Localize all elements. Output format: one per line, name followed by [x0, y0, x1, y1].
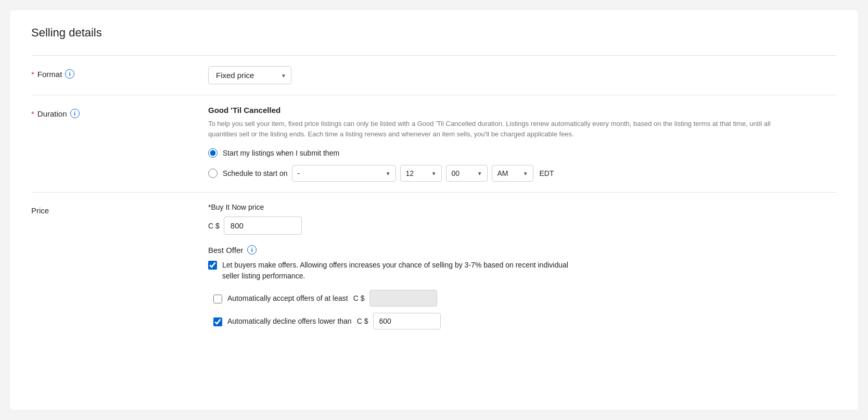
- price-label-text: Price: [31, 206, 49, 215]
- best-offer-checkbox-label: Let buyers make offers. Allowing offers …: [222, 260, 586, 282]
- form-section: *Format i Fixed price Auction *Duration …: [31, 56, 837, 340]
- duration-label-text: Duration: [37, 109, 67, 118]
- radio-schedule-label: Schedule to start on: [223, 169, 288, 177]
- schedule-min-wrapper: 00: [446, 165, 488, 182]
- radio-schedule-row: Schedule to start on - 12: [208, 165, 837, 182]
- radio-start-row: Start my listings when I submit them: [208, 148, 837, 158]
- duration-description: To help you sell your item, fixed price …: [208, 119, 781, 139]
- buy-it-now-input[interactable]: [224, 217, 302, 235]
- schedule-ampm-wrapper: AM PM: [492, 165, 533, 182]
- best-offer-sub-options: Automatically accept offers of at least …: [213, 290, 837, 329]
- auto-accept-label: Automatically accept offers of at least: [227, 294, 348, 302]
- auto-decline-checkbox[interactable]: [213, 317, 222, 326]
- schedule-date-wrapper: -: [292, 165, 396, 182]
- duration-info-icon[interactable]: i: [70, 109, 80, 118]
- schedule-ampm-select[interactable]: AM PM: [492, 165, 533, 182]
- format-select-wrapper: Fixed price Auction: [208, 66, 291, 84]
- price-label: Price: [31, 203, 208, 215]
- duration-required-star: *: [31, 109, 34, 118]
- auto-accept-row: Automatically accept offers of at least …: [213, 290, 837, 307]
- schedule-hour-select[interactable]: 12: [400, 165, 442, 182]
- buy-it-now-row: C $: [208, 217, 837, 235]
- schedule-date-select[interactable]: -: [292, 165, 396, 182]
- auto-decline-row: Automatically decline offers lower than …: [213, 313, 837, 329]
- schedule-min-select[interactable]: 00: [446, 165, 488, 182]
- duration-radio-group: Start my listings when I submit them Sch…: [208, 148, 837, 182]
- format-label: *Format i: [31, 66, 208, 79]
- schedule-hour-wrapper: 12: [400, 165, 442, 182]
- radio-start-label: Start my listings when I submit them: [223, 149, 339, 157]
- best-offer-info-icon[interactable]: i: [247, 245, 257, 254]
- buy-it-now-label: *Buy It Now price: [208, 203, 837, 211]
- duration-row: *Duration i Good 'Til Cancelled To help …: [31, 95, 837, 192]
- duration-content: Good 'Til Cancelled To help you sell you…: [208, 106, 837, 182]
- format-label-text: Format: [37, 70, 62, 79]
- best-offer-title: Best Offer: [208, 246, 243, 254]
- best-offer-checkbox-row: Let buyers make offers. Allowing offers …: [208, 260, 837, 282]
- buy-it-now-currency: C $: [208, 222, 220, 230]
- duration-section-title: Good 'Til Cancelled: [208, 106, 837, 114]
- price-row: Price *Buy It Now price C $ Best Offer i…: [31, 193, 837, 340]
- timezone-label: EDT: [540, 169, 554, 177]
- schedule-row: Schedule to start on - 12: [223, 165, 554, 182]
- selling-details-panel: Selling details *Format i Fixed price Au…: [10, 10, 858, 410]
- auto-accept-input[interactable]: [369, 290, 437, 307]
- format-required-star: *: [31, 70, 34, 79]
- auto-decline-currency: C $: [357, 317, 368, 325]
- auto-decline-label: Automatically decline offers lower than: [227, 317, 352, 325]
- auto-accept-checkbox[interactable]: [213, 295, 222, 303]
- best-offer-header: Best Offer i: [208, 245, 837, 254]
- auto-decline-input[interactable]: [373, 313, 441, 329]
- duration-label: *Duration i: [31, 106, 208, 118]
- format-content: Fixed price Auction: [208, 66, 837, 84]
- auto-accept-currency: C $: [353, 294, 365, 302]
- format-info-icon[interactable]: i: [65, 69, 74, 79]
- radio-start-now[interactable]: [208, 148, 218, 158]
- format-select[interactable]: Fixed price Auction: [208, 66, 291, 84]
- radio-schedule[interactable]: [208, 169, 218, 178]
- page-title: Selling details: [31, 26, 837, 40]
- format-row: *Format i Fixed price Auction: [31, 56, 837, 95]
- best-offer-checkbox[interactable]: [208, 261, 217, 270]
- price-content: *Buy It Now price C $ Best Offer i Let b…: [208, 203, 837, 329]
